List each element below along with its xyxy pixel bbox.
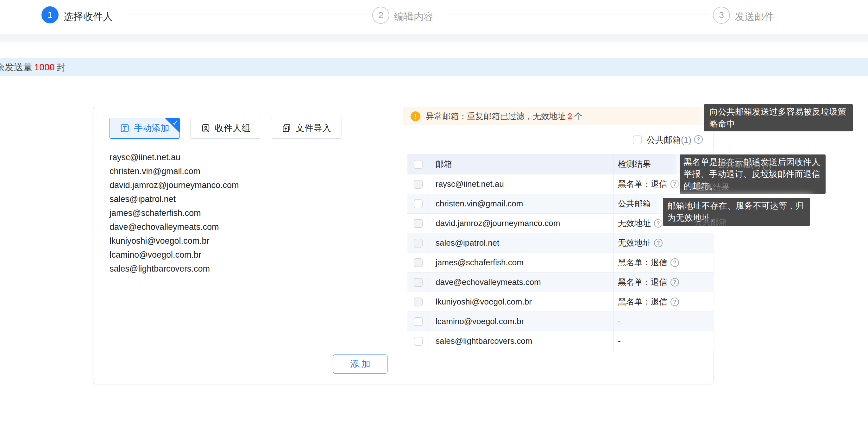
email-line: david.jamroz@journeymanco.com — [110, 178, 382, 192]
warning-prefix: 异常邮箱：重复邮箱已过滤，无效地址 — [426, 112, 566, 121]
email-line: raysc@iinet.net.au — [110, 150, 382, 164]
result-help-icon[interactable] — [671, 298, 679, 306]
add-button[interactable]: 添 加 — [333, 355, 388, 373]
stepper: 1 选择收件人 2 编辑内容 3 发送邮件 — [0, 0, 868, 34]
tab-recipient-group-label: 收件人组 — [215, 122, 250, 134]
tab-recipient-group[interactable]: 收件人组 — [190, 118, 261, 139]
check-icon — [172, 118, 179, 127]
row-checkbox[interactable] — [414, 239, 423, 247]
row-result: 黑名单：退信 — [618, 296, 667, 307]
table-row: raysc@iinet.net.au 黑名单：退信 — [407, 174, 714, 194]
abnormal-mailbox-text: 异常邮箱：重复邮箱已过滤，无效地址2个 — [426, 107, 582, 125]
table-row: dave@echovalleymeats.com 黑名单：退信 — [407, 273, 714, 292]
row-checkbox[interactable] — [414, 317, 423, 326]
select-all-checkbox[interactable] — [414, 160, 423, 169]
email-line: sales@lightbarcovers.com — [110, 262, 382, 276]
email-line: sales@ipatrol.net — [110, 192, 382, 206]
file-import-icon — [282, 123, 291, 133]
table-header: 邮箱 检测结果 — [407, 154, 714, 174]
table-row: sales@ipatrol.net 无效地址 — [407, 233, 714, 253]
step-1-circle: 1 — [41, 6, 59, 23]
tooltip-invalid-address: 邮箱地址不存在、服务不可达等，归 为无效地址。 — [663, 198, 810, 226]
row-email: david.jamroz@journeymanco.com — [429, 218, 614, 228]
step-3-circle: 3 — [713, 7, 730, 24]
row-checkbox[interactable] — [414, 200, 423, 208]
row-email: sales@ipatrol.net — [429, 238, 614, 248]
row-checkbox[interactable] — [414, 278, 423, 287]
email-line: dave@echovalleymeats.com — [110, 220, 382, 234]
ghost-result-header: 检测结果 — [696, 182, 730, 193]
tooltip-public-mailbox: 向公共邮箱发送过多容易被反垃圾策 略命中 — [704, 104, 853, 131]
manual-add-icon — [120, 123, 129, 133]
row-checkbox[interactable] — [414, 219, 423, 228]
ghost-public-mailbox-label: 公共邮箱(1) — [718, 159, 771, 171]
quota-suffix: 封 — [57, 62, 66, 72]
recipient-card: 手动添加 收件人组 文件导入 — [93, 107, 714, 384]
abnormal-mailbox-banner: 异常邮箱：重复邮箱已过滤，无效地址2个 — [403, 107, 714, 125]
check-result-pane: 异常邮箱：重复邮箱已过滤，无效地址2个 公共邮箱(1) 邮箱 检测结果 — [403, 107, 714, 384]
quota-bar: 余发送量1000封 — [0, 58, 868, 76]
tooltip-line: 略命中 — [709, 118, 847, 130]
row-checkbox[interactable] — [414, 258, 423, 267]
tooltip-line: 为无效地址。 — [667, 212, 806, 224]
table-row: lkuniyoshi@voegol.com.br 黑名单：退信 — [407, 292, 714, 312]
recipient-input-pane: 手动添加 收件人组 文件导入 — [93, 107, 403, 384]
ghost-text: 公共邮箱(1) — [718, 159, 761, 169]
warning-suffix: 个 — [574, 112, 582, 121]
result-help-icon[interactable] — [671, 180, 679, 188]
public-mailbox-checkbox[interactable] — [633, 136, 642, 144]
column-divider — [614, 154, 614, 351]
public-mailbox-count: (1) — [681, 135, 691, 145]
row-result: - — [618, 317, 621, 326]
recipient-group-icon — [201, 123, 211, 133]
step-1-number: 1 — [48, 10, 53, 20]
email-line: christen.vin@gmail.com — [110, 164, 382, 178]
row-email: james@schaferfish.com — [429, 258, 614, 268]
row-checkbox[interactable] — [414, 337, 423, 345]
step-connector — [127, 14, 368, 15]
table-row: james@schaferfish.com 黑名单：退信 — [407, 253, 714, 273]
row-result: 黑名单：退信 — [618, 257, 667, 268]
tab-file-import[interactable]: 文件导入 — [271, 118, 342, 139]
public-mailbox-filter-row: 公共邮箱(1) — [403, 134, 714, 145]
result-help-icon[interactable] — [671, 258, 679, 267]
tab-manual-add[interactable]: 手动添加 — [110, 118, 180, 139]
result-help-icon[interactable] — [671, 278, 679, 287]
tab-file-import-label: 文件导入 — [296, 122, 331, 134]
row-result: 无效地址 — [618, 237, 651, 248]
public-mailbox-text: 公共邮箱 — [647, 135, 681, 145]
quota-prefix: 余发送量 — [0, 62, 32, 72]
ghost-public-mailbox: 公共邮箱 — [694, 216, 727, 228]
public-mailbox-label: 公共邮箱(1) — [647, 134, 691, 145]
row-email: lcamino@voegol.com.br — [429, 317, 614, 326]
result-help-icon[interactable] — [654, 219, 662, 228]
invalid-count: 2 — [566, 112, 574, 121]
step-2-number: 2 — [378, 10, 383, 20]
warning-icon — [410, 112, 421, 121]
tab-manual-add-label: 手动添加 — [134, 122, 169, 134]
table-row: sales@lightbarcovers.com - — [407, 331, 714, 351]
quota-text: 余发送量1000封 — [0, 58, 66, 76]
quota-value: 1000 — [32, 62, 57, 72]
check-result-table: 邮箱 检测结果 raysc@iinet.net.au 黑名单：退信 christ… — [407, 154, 714, 351]
row-result: 黑名单：退信 — [618, 277, 667, 288]
row-email: raysc@iinet.net.au — [429, 179, 614, 189]
step-3-number: 3 — [719, 10, 724, 20]
column-header-email: 邮箱 — [429, 158, 614, 170]
table-row: lcamino@voegol.com.br - — [407, 312, 714, 331]
email-line: lcamino@voegol.com.br — [110, 248, 382, 262]
row-email: sales@lightbarcovers.com — [429, 336, 614, 346]
row-checkbox[interactable] — [414, 298, 423, 306]
row-result: 无效地址 — [618, 218, 651, 229]
email-input-area[interactable]: raysc@iinet.net.au christen.vin@gmail.co… — [110, 150, 382, 276]
row-result: 黑名单：退信 — [618, 179, 667, 190]
row-result: - — [618, 336, 621, 346]
tooltip-line: 邮箱地址不存在、服务不可达等，归 — [667, 200, 806, 212]
bulk-mail-send-page: 1 选择收件人 2 编辑内容 3 发送邮件 余发送量1000封 手动添加 — [0, 0, 868, 421]
public-mailbox-help-icon[interactable] — [694, 135, 703, 144]
email-line: lkuniyoshi@voegol.com.br — [110, 234, 382, 248]
row-checkbox[interactable] — [414, 180, 423, 189]
column-divider — [429, 154, 429, 351]
row-email: dave@echovalleymeats.com — [429, 277, 614, 287]
result-help-icon[interactable] — [654, 239, 662, 247]
